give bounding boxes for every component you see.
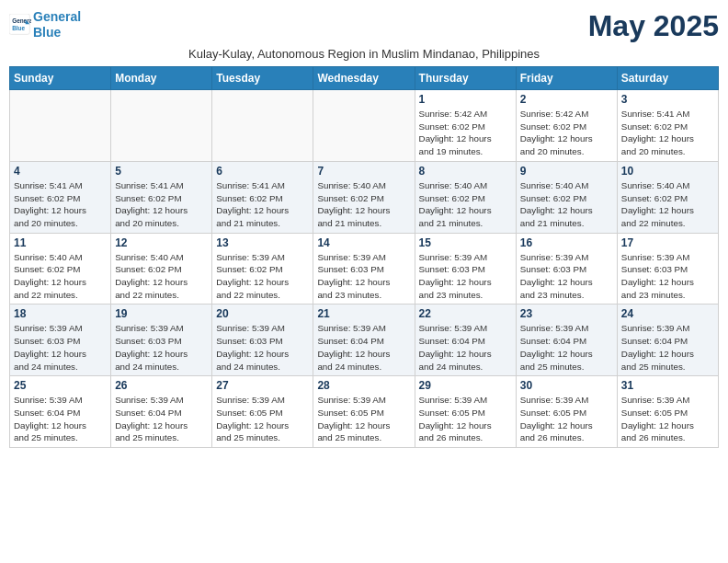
day-number: 15 bbox=[419, 236, 512, 249]
week-row-1: 1Sunrise: 5:42 AMSunset: 6:02 PMDaylight… bbox=[10, 90, 719, 162]
day-cell: 22Sunrise: 5:39 AMSunset: 6:04 PMDayligh… bbox=[415, 304, 516, 376]
day-cell: 16Sunrise: 5:39 AMSunset: 6:03 PMDayligh… bbox=[516, 233, 617, 304]
day-info: Sunrise: 5:39 AMSunset: 6:03 PMDaylight:… bbox=[216, 322, 309, 373]
day-info: Sunrise: 5:41 AMSunset: 6:02 PMDaylight:… bbox=[14, 179, 107, 230]
day-info: Sunrise: 5:41 AMSunset: 6:02 PMDaylight:… bbox=[216, 179, 309, 230]
day-cell: 27Sunrise: 5:39 AMSunset: 6:05 PMDayligh… bbox=[212, 376, 313, 448]
day-cell: 14Sunrise: 5:39 AMSunset: 6:03 PMDayligh… bbox=[313, 233, 415, 304]
day-number: 12 bbox=[115, 236, 208, 249]
weekday-sunday: Sunday bbox=[10, 67, 111, 90]
day-cell: 29Sunrise: 5:39 AMSunset: 6:05 PMDayligh… bbox=[415, 376, 516, 448]
day-info: Sunrise: 5:39 AMSunset: 6:04 PMDaylight:… bbox=[14, 394, 107, 444]
day-info: Sunrise: 5:39 AMSunset: 6:03 PMDaylight:… bbox=[317, 251, 410, 302]
day-number: 4 bbox=[14, 165, 107, 178]
day-number: 7 bbox=[317, 165, 410, 178]
day-cell: 3Sunrise: 5:41 AMSunset: 6:02 PMDaylight… bbox=[617, 90, 718, 162]
day-info: Sunrise: 5:42 AMSunset: 6:02 PMDaylight:… bbox=[520, 108, 613, 158]
day-cell: 21Sunrise: 5:39 AMSunset: 6:04 PMDayligh… bbox=[313, 304, 415, 376]
weekday-header-row: SundayMondayTuesdayWednesdayThursdayFrid… bbox=[10, 67, 719, 90]
day-cell: 25Sunrise: 5:39 AMSunset: 6:04 PMDayligh… bbox=[10, 376, 111, 448]
day-number: 17 bbox=[621, 236, 714, 249]
day-number: 13 bbox=[216, 236, 309, 249]
day-cell: 15Sunrise: 5:39 AMSunset: 6:03 PMDayligh… bbox=[415, 233, 516, 304]
day-info: Sunrise: 5:40 AMSunset: 6:02 PMDaylight:… bbox=[419, 179, 512, 230]
day-cell: 12Sunrise: 5:40 AMSunset: 6:02 PMDayligh… bbox=[111, 233, 212, 304]
day-info: Sunrise: 5:39 AMSunset: 6:03 PMDaylight:… bbox=[14, 322, 107, 373]
day-cell: 9Sunrise: 5:40 AMSunset: 6:02 PMDaylight… bbox=[516, 161, 617, 233]
subtitle: Kulay-Kulay, Autonomous Region in Muslim… bbox=[9, 47, 719, 61]
week-row-2: 4Sunrise: 5:41 AMSunset: 6:02 PMDaylight… bbox=[10, 161, 719, 233]
day-info: Sunrise: 5:39 AMSunset: 6:05 PMDaylight:… bbox=[216, 394, 309, 444]
weekday-tuesday: Tuesday bbox=[212, 67, 313, 90]
day-number: 3 bbox=[621, 93, 714, 106]
calendar-body: 1Sunrise: 5:42 AMSunset: 6:02 PMDaylight… bbox=[10, 90, 719, 448]
day-number: 30 bbox=[520, 379, 613, 392]
day-number: 27 bbox=[216, 379, 309, 392]
day-cell: 10Sunrise: 5:40 AMSunset: 6:02 PMDayligh… bbox=[617, 161, 718, 233]
calendar: SundayMondayTuesdayWednesdayThursdayFrid… bbox=[9, 66, 719, 448]
day-number: 24 bbox=[621, 307, 714, 320]
weekday-thursday: Thursday bbox=[415, 67, 516, 90]
day-info: Sunrise: 5:39 AMSunset: 6:03 PMDaylight:… bbox=[419, 251, 512, 302]
day-cell: 7Sunrise: 5:40 AMSunset: 6:02 PMDaylight… bbox=[313, 161, 415, 233]
day-info: Sunrise: 5:39 AMSunset: 6:04 PMDaylight:… bbox=[520, 322, 613, 373]
day-number: 2 bbox=[520, 93, 613, 106]
day-number: 20 bbox=[216, 307, 309, 320]
day-number: 22 bbox=[419, 307, 512, 320]
day-cell bbox=[212, 90, 313, 162]
day-cell: 8Sunrise: 5:40 AMSunset: 6:02 PMDaylight… bbox=[415, 161, 516, 233]
day-number: 1 bbox=[419, 93, 512, 106]
day-cell: 20Sunrise: 5:39 AMSunset: 6:03 PMDayligh… bbox=[212, 304, 313, 376]
day-cell bbox=[10, 90, 111, 162]
day-cell: 4Sunrise: 5:41 AMSunset: 6:02 PMDaylight… bbox=[10, 161, 111, 233]
day-cell: 23Sunrise: 5:39 AMSunset: 6:04 PMDayligh… bbox=[516, 304, 617, 376]
day-number: 16 bbox=[520, 236, 613, 249]
day-number: 8 bbox=[419, 165, 512, 178]
day-number: 23 bbox=[520, 307, 613, 320]
day-number: 5 bbox=[115, 165, 208, 178]
day-info: Sunrise: 5:39 AMSunset: 6:03 PMDaylight:… bbox=[115, 322, 208, 373]
day-info: Sunrise: 5:39 AMSunset: 6:03 PMDaylight:… bbox=[520, 251, 613, 302]
day-info: Sunrise: 5:39 AMSunset: 6:05 PMDaylight:… bbox=[419, 394, 512, 444]
day-cell: 13Sunrise: 5:39 AMSunset: 6:02 PMDayligh… bbox=[212, 233, 313, 304]
week-row-3: 11Sunrise: 5:40 AMSunset: 6:02 PMDayligh… bbox=[10, 233, 719, 304]
logo-text: General Blue bbox=[33, 9, 81, 40]
day-cell: 11Sunrise: 5:40 AMSunset: 6:02 PMDayligh… bbox=[10, 233, 111, 304]
day-info: Sunrise: 5:39 AMSunset: 6:05 PMDaylight:… bbox=[317, 394, 410, 444]
day-info: Sunrise: 5:40 AMSunset: 6:02 PMDaylight:… bbox=[317, 179, 410, 230]
day-info: Sunrise: 5:39 AMSunset: 6:04 PMDaylight:… bbox=[115, 394, 208, 444]
weekday-monday: Monday bbox=[111, 67, 212, 90]
week-row-5: 25Sunrise: 5:39 AMSunset: 6:04 PMDayligh… bbox=[10, 376, 719, 448]
day-number: 14 bbox=[317, 236, 410, 249]
day-info: Sunrise: 5:40 AMSunset: 6:02 PMDaylight:… bbox=[621, 179, 714, 230]
day-cell: 31Sunrise: 5:39 AMSunset: 6:05 PMDayligh… bbox=[617, 376, 718, 448]
day-number: 31 bbox=[621, 379, 714, 392]
day-info: Sunrise: 5:39 AMSunset: 6:02 PMDaylight:… bbox=[216, 251, 309, 302]
day-info: Sunrise: 5:39 AMSunset: 6:05 PMDaylight:… bbox=[621, 394, 714, 444]
day-number: 9 bbox=[520, 165, 613, 178]
day-number: 21 bbox=[317, 307, 410, 320]
day-info: Sunrise: 5:39 AMSunset: 6:03 PMDaylight:… bbox=[621, 251, 714, 302]
day-info: Sunrise: 5:39 AMSunset: 6:05 PMDaylight:… bbox=[520, 394, 613, 444]
day-cell: 26Sunrise: 5:39 AMSunset: 6:04 PMDayligh… bbox=[111, 376, 212, 448]
logo-line1: General bbox=[33, 9, 81, 24]
day-cell bbox=[111, 90, 212, 162]
day-info: Sunrise: 5:40 AMSunset: 6:02 PMDaylight:… bbox=[520, 179, 613, 230]
day-info: Sunrise: 5:39 AMSunset: 6:04 PMDaylight:… bbox=[419, 322, 512, 373]
day-number: 19 bbox=[115, 307, 208, 320]
day-cell: 5Sunrise: 5:41 AMSunset: 6:02 PMDaylight… bbox=[111, 161, 212, 233]
day-cell: 24Sunrise: 5:39 AMSunset: 6:04 PMDayligh… bbox=[617, 304, 718, 376]
day-cell bbox=[313, 90, 415, 162]
day-cell: 30Sunrise: 5:39 AMSunset: 6:05 PMDayligh… bbox=[516, 376, 617, 448]
day-cell: 18Sunrise: 5:39 AMSunset: 6:03 PMDayligh… bbox=[10, 304, 111, 376]
day-number: 18 bbox=[14, 307, 107, 320]
header: General Blue General Blue May 2025 bbox=[9, 9, 719, 43]
day-number: 29 bbox=[419, 379, 512, 392]
logo-icon: General Blue bbox=[9, 14, 31, 36]
weekday-saturday: Saturday bbox=[617, 67, 718, 90]
day-number: 11 bbox=[14, 236, 107, 249]
month-title: May 2025 bbox=[588, 9, 719, 43]
day-info: Sunrise: 5:39 AMSunset: 6:04 PMDaylight:… bbox=[621, 322, 714, 373]
day-cell: 17Sunrise: 5:39 AMSunset: 6:03 PMDayligh… bbox=[617, 233, 718, 304]
day-number: 6 bbox=[216, 165, 309, 178]
